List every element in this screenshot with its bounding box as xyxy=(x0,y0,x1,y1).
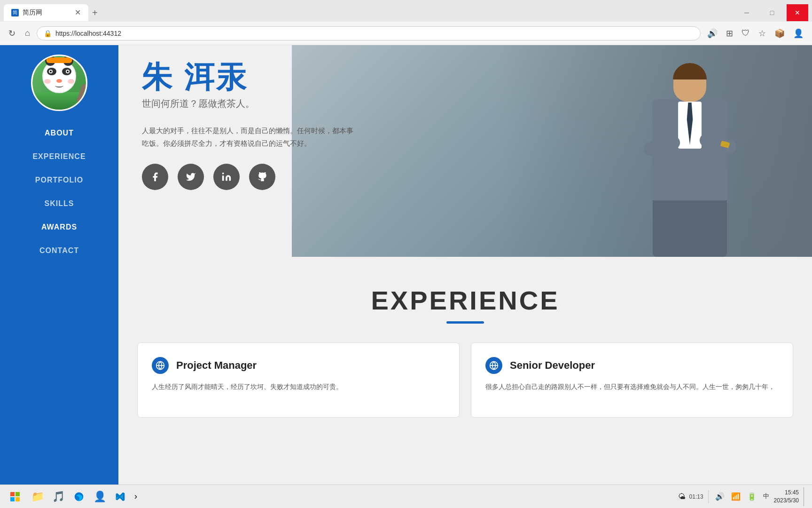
card-title-sd: Senior Developer xyxy=(510,359,595,372)
tab-close-button[interactable]: ✕ xyxy=(75,9,81,16)
exp-card-project-manager: Project Manager 人生经历了风雨才能晴天，经历了坎坷、失败才知道成… xyxy=(137,342,460,418)
avatar-container xyxy=(31,55,87,111)
sidebar-nav: ABOUT EXPERIENCE PORTFOLIO SKILLS AWARDS… xyxy=(0,122,118,262)
wifi-tray-icon[interactable]: 🔋 xyxy=(745,491,758,502)
taskbar-clock[interactable]: 15:45 2023/5/30 xyxy=(774,489,799,505)
experience-section: EXPERIENCE Project Manager 人生经历了风雨才能晴天，经… xyxy=(118,257,812,437)
hero-tagline: 世间何所道？愿做煮茶人。 xyxy=(142,97,546,110)
taskbar-vscode[interactable] xyxy=(111,487,130,506)
sidebar-item-about[interactable]: ABOUT xyxy=(0,122,118,144)
card-desc-sd: 很多人总担心自己走的路跟别人不一样，但只要有选择难免就会与人不同。人生一世，匆匆… xyxy=(485,381,779,393)
system-tray: 🌤 01:13 xyxy=(676,492,703,502)
social-icons xyxy=(142,164,546,190)
exp-card-senior-dev: Senior Developer 很多人总担心自己走的路跟别人不一样，但只要有选… xyxy=(471,342,793,418)
read-aloud-button[interactable]: 🔊 xyxy=(704,26,720,40)
card-header-sd: Senior Developer xyxy=(485,357,779,374)
address-bar: ↻ ⌂ 🔒 https://localhost:44312 🔊 ⊞ 🛡 ☆ 📦 … xyxy=(0,22,812,45)
facebook-icon[interactable] xyxy=(142,164,168,190)
refresh-button[interactable]: ↻ xyxy=(6,26,18,40)
taskbar-right: 🌤 01:13 🔊 📶 🔋 中 15:45 2023/5/30 xyxy=(676,487,806,506)
url-input[interactable]: 🔒 https://localhost:44312 xyxy=(37,26,701,40)
taskbar: 📁 🎵 👤 › 🌤 01:13 🔊 📶 🔋 中 15:45 2023/5/30 xyxy=(0,484,812,508)
taskbar-person[interactable]: 👤 xyxy=(90,487,109,506)
restore-button[interactable]: □ xyxy=(761,4,783,21)
sidebar-item-portfolio[interactable]: PORTFOLIO xyxy=(0,169,118,191)
close-button[interactable]: ✕ xyxy=(787,4,808,21)
volume-tray-icon[interactable]: 📶 xyxy=(729,491,742,502)
url-text: https://localhost:44312 xyxy=(55,30,121,37)
tray-icons: 🔊 📶 🔋 中 xyxy=(713,491,771,502)
windows-start-button[interactable] xyxy=(6,487,24,506)
card-icon-pm xyxy=(152,357,169,374)
tab-title: 简历网 xyxy=(23,8,42,17)
sidebar-item-awards[interactable]: AWARDS xyxy=(0,216,118,238)
show-more-icon[interactable]: › xyxy=(134,492,137,501)
hero-quote: 人最大的对手，往往不是别人，而是自己的懒惰。任何时候，都本事 吃饭。你必须拼尽全… xyxy=(142,124,386,150)
card-header-pm: Project Manager xyxy=(152,357,445,374)
experience-cards-grid: Project Manager 人生经历了风雨才能晴天，经历了坎坷、失败才知道成… xyxy=(137,342,793,418)
lang-indicator[interactable]: 中 xyxy=(761,491,771,502)
profile-button[interactable]: 👤 xyxy=(790,26,806,40)
section-underline xyxy=(446,321,484,324)
sidebar-item-experience[interactable]: EXPERIENCE xyxy=(0,146,118,167)
collections-button[interactable]: 📦 xyxy=(772,26,788,40)
home-button[interactable]: ⌂ xyxy=(22,26,33,40)
sidebar-item-skills[interactable]: SKILLS xyxy=(0,193,118,214)
taskbar-date-display: 2023/5/30 xyxy=(774,497,799,505)
tab-favicon: 简 xyxy=(11,9,19,16)
card-desc-pm: 人生经历了风雨才能晴天，经历了坎坷、失败才知道成功的可贵。 xyxy=(152,381,445,393)
tab-bar: 简 简历网 ✕ + ─ □ ✕ xyxy=(0,0,812,22)
section-header: EXPERIENCE xyxy=(137,285,793,324)
address-actions: 🔊 ⊞ 🛡 ☆ 📦 👤 xyxy=(704,26,806,40)
card-title-pm: Project Manager xyxy=(176,359,257,372)
taskbar-media[interactable]: 🎵 xyxy=(49,487,68,506)
lock-icon: 🔒 xyxy=(44,30,52,37)
window-controls: ─ □ ✕ xyxy=(736,4,808,21)
section-title: EXPERIENCE xyxy=(137,285,793,316)
github-icon[interactable] xyxy=(249,164,275,190)
card-icon-sd xyxy=(485,357,502,374)
tray-divider xyxy=(708,490,709,503)
favorites-button[interactable]: ☆ xyxy=(756,26,769,40)
new-tab-button[interactable]: + xyxy=(88,6,102,20)
weather-tray-icon[interactable]: 🌤 xyxy=(676,492,687,502)
taskbar-start xyxy=(6,487,24,506)
show-desktop-button[interactable] xyxy=(804,487,806,506)
main-content: 朱 洱汞 世间何所道？愿做煮茶人。 人最大的对手，往往不是别人，而是自己的懒惰。… xyxy=(118,45,812,484)
svg-rect-5 xyxy=(10,492,15,496)
minimize-button[interactable]: ─ xyxy=(736,4,757,21)
hero-quote-line1: 人最大的对手，往往不是别人，而是自己的懒惰。任何时候，都本事 xyxy=(142,127,353,135)
taskbar-time-display: 15:45 xyxy=(774,489,799,497)
svg-rect-6 xyxy=(16,492,20,496)
svg-point-0 xyxy=(222,173,224,175)
split-screen-button[interactable]: ⊞ xyxy=(723,26,736,40)
taskbar-file-explorer[interactable]: 📁 xyxy=(28,487,47,506)
weather-temp: 01:13 xyxy=(689,493,703,500)
avatar xyxy=(32,55,86,111)
page-layout: ABOUT EXPERIENCE PORTFOLIO SKILLS AWARDS… xyxy=(0,45,812,484)
hero-name: 朱 洱汞 xyxy=(142,59,546,95)
network-tray-icon[interactable]: 🔊 xyxy=(713,491,726,502)
svg-rect-7 xyxy=(10,497,15,501)
taskbar-edge[interactable] xyxy=(70,487,88,506)
svg-rect-8 xyxy=(16,497,20,501)
twitter-icon[interactable] xyxy=(178,164,204,190)
hero-content: 朱 洱汞 世间何所道？愿做煮茶人。 人最大的对手，往往不是别人，而是自己的懒惰。… xyxy=(118,45,569,204)
browser-shield-button[interactable]: 🛡 xyxy=(739,26,753,40)
linkedin-icon[interactable] xyxy=(213,164,240,190)
hero-quote-line2: 吃饭。你必须拼尽全力，才有资格说自己的运气不好。 xyxy=(142,139,311,147)
sidebar: ABOUT EXPERIENCE PORTFOLIO SKILLS AWARDS… xyxy=(0,45,118,484)
sidebar-item-contact[interactable]: CONTACT xyxy=(0,240,118,262)
active-tab[interactable]: 简 简历网 ✕ xyxy=(4,4,88,21)
hero-section: 朱 洱汞 世间何所道？愿做煮茶人。 人最大的对手，往往不是别人，而是自己的懒惰。… xyxy=(118,45,812,257)
